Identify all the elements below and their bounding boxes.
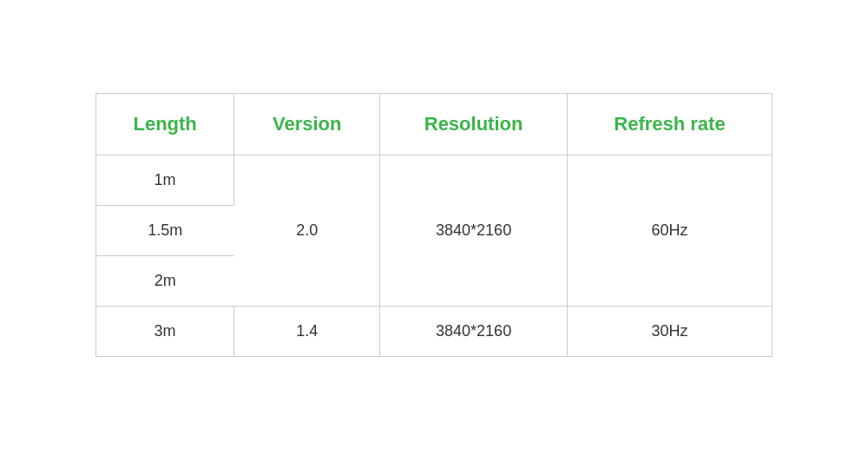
cell-refresh-30hz: 30Hz bbox=[567, 306, 772, 356]
cell-version-20: 2.0 bbox=[234, 155, 380, 306]
table-row: 1m 2.0 3840*2160 60Hz bbox=[96, 155, 772, 205]
header-length: Length bbox=[96, 94, 234, 155]
cell-length-1m: 1m bbox=[96, 155, 234, 205]
product-table: Length Version Resolution Refresh rate 1… bbox=[95, 93, 773, 357]
cell-refresh-60hz: 60Hz bbox=[567, 155, 772, 306]
cell-length-3m: 3m bbox=[96, 306, 234, 356]
cell-length-15m: 1.5m bbox=[96, 205, 234, 255]
cell-resolution-4k-30: 3840*2160 bbox=[380, 306, 568, 356]
table-row: 3m 1.4 3840*2160 30Hz bbox=[96, 306, 772, 356]
table-header-row: Length Version Resolution Refresh rate bbox=[96, 94, 772, 155]
header-version: Version bbox=[234, 94, 380, 155]
header-resolution: Resolution bbox=[380, 94, 568, 155]
cell-length-2m: 2m bbox=[96, 255, 234, 306]
cell-resolution-4k-60: 3840*2160 bbox=[380, 155, 568, 306]
header-refresh-rate: Refresh rate bbox=[567, 94, 772, 155]
cell-version-14: 1.4 bbox=[234, 306, 380, 356]
